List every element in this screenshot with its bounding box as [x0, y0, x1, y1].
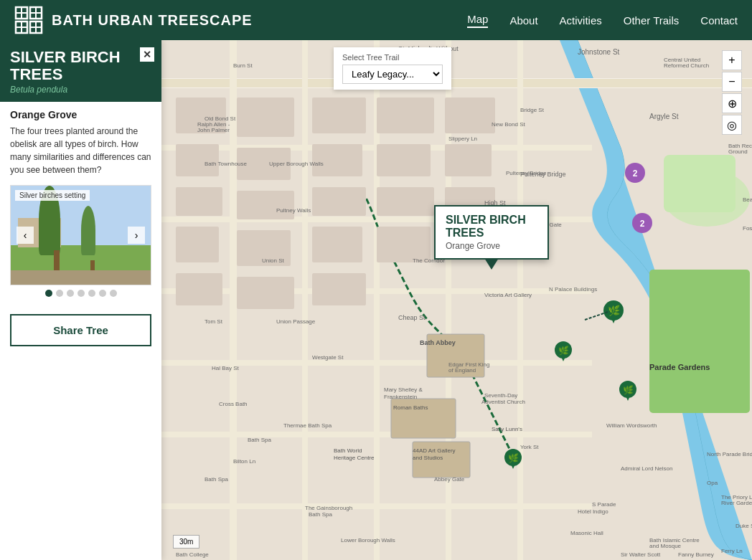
svg-text:Bath Spa: Bath Spa: [205, 476, 228, 483]
nav-contact[interactable]: Contact: [700, 14, 738, 27]
svg-text:The Gainsborough: The Gainsborough: [305, 505, 352, 511]
svg-text:North Parade Bridge: North Parade Bridge: [707, 451, 752, 457]
svg-text:Burn St: Burn St: [233, 62, 253, 69]
svg-text:Heritage Centre: Heritage Centre: [334, 455, 375, 461]
svg-rect-34: [237, 98, 294, 137]
popup-title-line1: SILVER BIRCH: [446, 214, 526, 226]
reset-button[interactable]: ⊕: [722, 93, 742, 113]
logo-text: BATH URBAN TREESCAPE: [52, 12, 253, 29]
svg-text:Fosters Rooms: Fosters Rooms: [743, 225, 752, 232]
svg-text:Duke St: Duke St: [735, 523, 752, 529]
svg-text:Admiral Lord Nelson: Admiral Lord Nelson: [621, 465, 672, 472]
svg-text:Lower Borough Walls: Lower Borough Walls: [341, 537, 395, 544]
tree-title-line1: SILVER BIRCH: [10, 48, 121, 66]
svg-text:Beazer Garden Maze: Beazer Garden Maze: [743, 196, 752, 203]
svg-text:Victoria Art Gallery: Victoria Art Gallery: [484, 292, 532, 298]
svg-text:Pultney Walls: Pultney Walls: [276, 207, 311, 214]
svg-rect-48: [445, 98, 495, 133]
svg-text:Cheap St: Cheap St: [398, 314, 426, 321]
svg-rect-32: [176, 227, 219, 262]
zoom-out-button[interactable]: −: [722, 72, 742, 92]
svg-rect-42: [312, 227, 362, 262]
svg-rect-14: [649, 270, 750, 413]
svg-text:River Gardens: River Gardens: [721, 500, 752, 506]
gallery-dot-6[interactable]: [99, 290, 106, 297]
svg-text:Parade Gardens: Parade Gardens: [649, 363, 710, 371]
nav-about[interactable]: About: [509, 14, 537, 27]
sidebar: SILVER BIRCH TREES Betula pendula ✕ Oran…: [0, 40, 161, 560]
tree-header: SILVER BIRCH TREES Betula pendula ✕: [0, 40, 161, 102]
sidebar-content: Orange Grove The four trees planted arou…: [0, 102, 161, 304]
svg-text:New Bond St: New Bond St: [492, 121, 525, 128]
svg-rect-15: [664, 155, 735, 212]
svg-text:🌿: 🌿: [508, 452, 519, 463]
svg-rect-33: [176, 273, 222, 305]
svg-text:Mary Shelley &: Mary Shelley &: [384, 386, 423, 393]
nav-other-trails[interactable]: Other Trails: [624, 14, 680, 27]
svg-text:Roman Baths: Roman Baths: [393, 404, 428, 411]
svg-text:of England: of England: [448, 367, 476, 374]
svg-text:44AD Art Gallery: 44AD Art Gallery: [413, 447, 456, 454]
map-area[interactable]: Select Tree Trail Leafy Legacy... Option…: [161, 40, 752, 560]
gallery-dot-4[interactable]: [77, 290, 85, 297]
svg-rect-41: [312, 187, 366, 216]
zoom-in-button[interactable]: +: [722, 50, 742, 70]
image-gallery: Silver birches setting ‹ ›: [10, 185, 151, 285]
svg-text:🌿: 🌿: [623, 384, 634, 395]
svg-text:Bath College: Bath College: [176, 551, 209, 558]
svg-rect-31: [176, 187, 222, 216]
svg-text:Union Passage: Union Passage: [276, 318, 316, 325]
gallery-dot-7[interactable]: [110, 290, 117, 297]
main-nav: Map About Activities Other Trails Contac…: [467, 13, 738, 28]
map-scale: 30m: [173, 535, 199, 549]
tree-scientific: Betula pendula: [10, 85, 151, 95]
header: BATH URBAN TREESCAPE Map About Activitie…: [0, 0, 752, 40]
svg-text:Bath Townhouse: Bath Townhouse: [205, 161, 248, 167]
trail-select-dropdown[interactable]: Leafy Legacy... Option 2 Option 3: [342, 65, 443, 84]
svg-text:2: 2: [640, 219, 645, 229]
gallery-dot-2[interactable]: [56, 290, 63, 297]
svg-text:Tom St: Tom St: [205, 318, 223, 325]
main-container: SILVER BIRCH TREES Betula pendula ✕ Oran…: [0, 40, 752, 560]
gallery-next-button[interactable]: ›: [128, 227, 145, 244]
svg-rect-45: [377, 144, 431, 176]
gallery-dot-5[interactable]: [88, 290, 95, 297]
close-button[interactable]: ✕: [140, 47, 154, 62]
svg-text:Cross Bath: Cross Bath: [219, 401, 248, 407]
svg-text:Bilton Ln: Bilton Ln: [233, 458, 255, 465]
svg-text:Bath Spa: Bath Spa: [248, 437, 271, 443]
popup-title-line2: TREES: [446, 227, 484, 239]
gallery-dot-1[interactable]: [45, 290, 52, 297]
svg-text:Masonic Hall: Masonic Hall: [570, 530, 603, 536]
svg-text:Adventist Church: Adventist Church: [481, 399, 525, 405]
svg-rect-43: [312, 273, 366, 305]
svg-text:Union St: Union St: [262, 257, 284, 264]
svg-text:Seventh-Day: Seventh-Day: [484, 392, 517, 399]
svg-rect-46: [377, 187, 434, 216]
locate-button[interactable]: ◎: [722, 115, 742, 135]
nav-activities[interactable]: Activities: [560, 14, 602, 27]
svg-text:Westgate St: Westgate St: [312, 354, 344, 361]
svg-text:John Palmer: John Palmer: [197, 127, 230, 133]
svg-text:N Palace Buildings: N Palace Buildings: [549, 286, 597, 293]
svg-rect-36: [237, 191, 294, 219]
share-tree-button[interactable]: Share Tree: [10, 314, 151, 346]
popup-title: SILVER BIRCH TREES: [446, 214, 537, 239]
svg-text:Bath Spa: Bath Spa: [309, 511, 332, 518]
gallery-prev-button[interactable]: ‹: [17, 227, 34, 244]
gallery-dots: [10, 290, 151, 297]
svg-text:Frankenstein: Frankenstein: [384, 394, 417, 400]
tree-description: The four trees planted around the obelis…: [10, 125, 151, 176]
nav-map[interactable]: Map: [467, 13, 488, 28]
map-canvas[interactable]: Johnstone St Argyle St Pulteney Bridge H…: [161, 40, 752, 560]
gallery-dot-3[interactable]: [67, 290, 74, 297]
svg-text:York St: York St: [520, 444, 539, 450]
svg-text:Sally Lunn's: Sally Lunn's: [492, 426, 522, 432]
svg-text:Ground: Ground: [728, 148, 748, 155]
svg-text:and Mosque: and Mosque: [649, 543, 682, 549]
tree-title: SILVER BIRCH TREES: [10, 49, 151, 83]
svg-text:Hotel Indigo: Hotel Indigo: [578, 508, 608, 515]
svg-text:Upper Borough Walls: Upper Borough Walls: [269, 161, 324, 167]
map-controls: + − ⊕ ◎: [722, 50, 742, 135]
logo-icon: [14, 6, 43, 34]
